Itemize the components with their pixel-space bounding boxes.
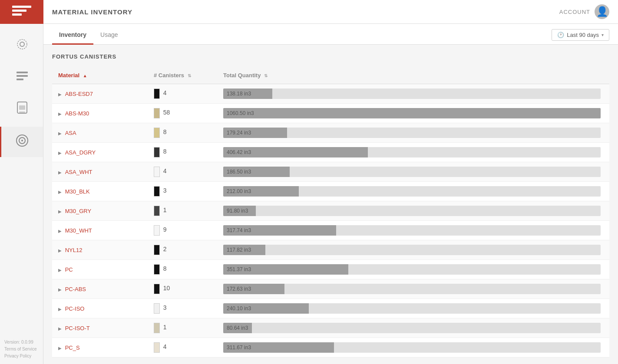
canister-count: 9 — [163, 226, 167, 233]
quantity-bar: 91.80 in3 — [223, 206, 601, 216]
material-name[interactable]: M30_WHT — [65, 227, 92, 234]
material-name[interactable]: PC-ISO-T — [65, 325, 90, 331]
expand-arrow[interactable]: ▶ — [58, 151, 62, 155]
expand-arrow[interactable]: ▶ — [58, 131, 62, 136]
table-row[interactable]: ▶ ABS-M30 58 1060.50 in3 — [52, 104, 609, 123]
version-info: Version: 0.0.99 Terms of Service Privacy… — [4, 339, 36, 360]
expand-arrow[interactable]: ▶ — [58, 307, 62, 312]
canisters-cell: 3 — [148, 299, 217, 318]
bar-label: 117.82 in3 — [227, 247, 251, 253]
material-name[interactable]: PC-ISO — [65, 305, 85, 312]
sidebar-item-dashboard[interactable] — [0, 30, 43, 61]
reports-icon — [16, 71, 29, 85]
color-swatch — [154, 128, 160, 138]
bar-label: 80.64 in3 — [227, 325, 248, 331]
inventory-table: Material ▲ # Canisters ⇅ Total Quantity … — [52, 67, 609, 357]
col-quantity[interactable]: Total Quantity ⇅ — [217, 67, 609, 84]
color-swatch — [154, 264, 160, 275]
svg-rect-3 — [17, 75, 28, 77]
canister-count: 1 — [163, 324, 167, 331]
tab-inventory[interactable]: Inventory — [52, 27, 93, 45]
page-title: MATERIAL INVENTORY — [52, 8, 132, 16]
expand-arrow[interactable]: ▶ — [58, 229, 62, 233]
privacy-link[interactable]: Privacy Policy — [4, 354, 31, 358]
material-name[interactable]: M30_BLK — [65, 188, 90, 195]
col-canisters[interactable]: # Canisters ⇅ — [148, 67, 217, 84]
material-name[interactable]: M30_GRY — [65, 208, 91, 214]
material-name[interactable]: ASA — [65, 130, 76, 136]
material-name[interactable]: ASA_DGRY — [65, 149, 96, 156]
table-row[interactable]: ▶ M30_WHT 9 317.74 in3 — [52, 221, 609, 240]
expand-arrow[interactable]: ▶ — [58, 111, 62, 116]
table-row[interactable]: ▶ ASA 8 179.24 in3 — [52, 123, 609, 143]
material-name[interactable]: PC — [65, 266, 73, 273]
date-filter-button[interactable]: 🕐 Last 90 days ▾ — [552, 29, 609, 41]
expand-arrow[interactable]: ▶ — [58, 209, 62, 214]
table-row[interactable]: ▶ PC_S 4 311.67 in3 — [52, 338, 609, 357]
col-material[interactable]: Material ▲ — [52, 67, 148, 84]
color-swatch — [154, 89, 160, 99]
canister-count: 4 — [163, 167, 167, 174]
table-row[interactable]: ▶ PC-ISO-T 1 80.64 in3 — [52, 318, 609, 338]
material-cell: ▶ ABS-ESD7 — [52, 84, 148, 104]
material-cell: ▶ M30_GRY — [52, 201, 148, 221]
quantity-cell: 311.67 in3 — [217, 338, 609, 357]
color-swatch — [154, 342, 160, 353]
material-name[interactable]: ABS-ESD7 — [65, 91, 93, 97]
canister-count: 3 — [163, 187, 167, 194]
sidebar-item-material[interactable] — [0, 127, 43, 157]
canisters-cell: 2 — [148, 240, 217, 260]
expand-arrow[interactable]: ▶ — [58, 248, 62, 253]
version-text: Version: 0.0.99 — [4, 339, 36, 346]
table-row[interactable]: ▶ ASA_DGRY 8 406.42 in3 — [52, 143, 609, 162]
quantity-bar: 212.00 in3 — [223, 186, 601, 197]
color-swatch — [154, 147, 160, 157]
svg-rect-2 — [17, 72, 28, 73]
quantity-bar: 406.42 in3 — [223, 147, 601, 157]
material-name[interactable]: PC-ABS — [65, 286, 86, 292]
sidebar-item-reports[interactable] — [0, 62, 43, 93]
material-name[interactable]: ASA_WHT — [65, 169, 93, 175]
bar-label: 91.80 in3 — [227, 208, 248, 214]
quantity-cell: 91.80 in3 — [217, 201, 609, 221]
material-cell: ▶ ASA — [52, 123, 148, 143]
tab-usage[interactable]: Usage — [93, 27, 125, 45]
table-row[interactable]: ▶ M30_GRY 1 91.80 in3 — [52, 201, 609, 221]
expand-arrow[interactable]: ▶ — [58, 170, 62, 175]
expand-arrow[interactable]: ▶ — [58, 346, 62, 351]
table-row[interactable]: ▶ PC-ABS 10 172.63 in3 — [52, 279, 609, 299]
material-name[interactable]: ABS-M30 — [65, 110, 89, 117]
canister-count: 10 — [163, 285, 170, 292]
svg-point-1 — [17, 39, 27, 49]
account-area[interactable]: ACCOUNT 👤 — [559, 4, 609, 19]
bar-label: 179.24 in3 — [227, 130, 251, 136]
canisters-cell: 10 — [148, 279, 217, 299]
date-filter-label: Last 90 days — [567, 32, 599, 38]
terms-link[interactable]: Terms of Service — [4, 347, 36, 351]
material-cell: ▶ ABS-M30 — [52, 104, 148, 123]
canisters-cell: 4 — [148, 162, 217, 182]
expand-arrow[interactable]: ▶ — [58, 268, 62, 272]
quantity-cell: 351.37 in3 — [217, 260, 609, 279]
table-row[interactable]: ▶ PC 8 351.37 in3 — [52, 260, 609, 279]
color-swatch — [154, 108, 160, 118]
expand-arrow[interactable]: ▶ — [58, 287, 62, 292]
table-row[interactable]: ▶ PC-ISO 3 240.10 in3 — [52, 299, 609, 318]
canisters-cell: 8 — [148, 143, 217, 162]
canister-count: 4 — [163, 89, 167, 96]
expand-arrow[interactable]: ▶ — [58, 92, 62, 97]
sidebar-item-printer[interactable] — [0, 95, 43, 125]
table-row[interactable]: ▶ ASA_WHT 4 186.50 in3 — [52, 162, 609, 182]
material-name[interactable]: NYL12 — [65, 247, 83, 253]
canisters-cell: 8 — [148, 260, 217, 279]
sort-arrow-material: ▲ — [83, 73, 87, 78]
expand-arrow[interactable]: ▶ — [58, 190, 62, 194]
material-name[interactable]: PC_S — [65, 344, 80, 351]
bar-label: 138.18 in3 — [227, 91, 251, 97]
logo[interactable] — [0, 0, 43, 24]
expand-arrow[interactable]: ▶ — [58, 326, 62, 331]
table-row[interactable]: ▶ NYL12 2 117.82 in3 — [52, 240, 609, 260]
table-row[interactable]: ▶ M30_BLK 3 212.00 in3 — [52, 182, 609, 201]
table-row[interactable]: ▶ ABS-ESD7 4 138.18 in3 — [52, 84, 609, 104]
quantity-bar: 240.10 in3 — [223, 303, 601, 314]
